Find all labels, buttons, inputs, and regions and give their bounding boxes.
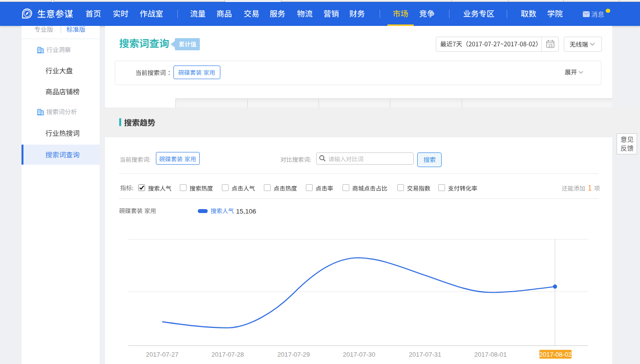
svg-text:15: 15 — [548, 43, 553, 48]
svg-text:2017-07-31: 2017-07-31 — [409, 351, 442, 358]
svg-text:2017-08-01: 2017-08-01 — [474, 351, 507, 358]
svg-text:2017-07-27: 2017-07-27 — [146, 351, 179, 358]
svg-text:2017-07-29: 2017-07-29 — [277, 351, 310, 358]
svg-text:2017-08-02: 2017-08-02 — [539, 351, 572, 358]
svg-text:2017-07-28: 2017-07-28 — [212, 351, 244, 358]
svg-text:2017-07-30: 2017-07-30 — [343, 351, 376, 358]
